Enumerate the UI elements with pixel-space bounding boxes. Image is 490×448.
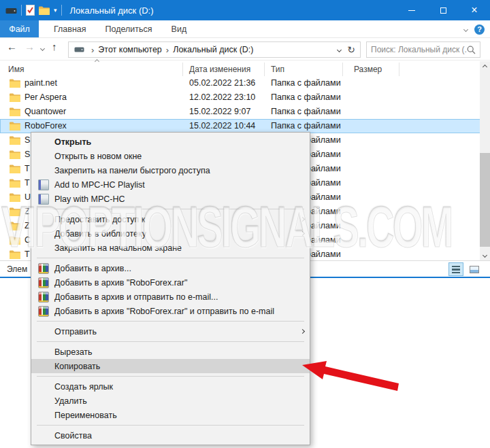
qat-dropdown-caret-icon[interactable]: ▾ [54,7,57,14]
help-icon[interactable]: ? [474,24,485,35]
scrollbar-thumb[interactable] [480,153,490,247]
column-header-date[interactable]: Дата изменения [189,65,250,74]
close-button[interactable]: × [459,0,490,20]
recent-locations-chevron-icon[interactable] [40,46,45,51]
file-date: 05.02.2022 21:36 [189,78,255,88]
tab-home[interactable]: Главная [44,20,96,37]
scroll-down-icon[interactable] [480,249,490,260]
file-name: Z [24,221,30,230]
context-menu-item[interactable]: Add to MPC-HC Playlist [31,177,310,192]
file-name: T [24,249,30,259]
context-menu-item[interactable]: Переименовать [31,408,310,422]
context-menu-item[interactable]: Закрепить на панели быстрого доступа [31,163,310,177]
file-row[interactable]: Quantower 15.02.2022 9:07 Папка с файлам… [0,105,480,119]
file-row[interactable]: RoboForex 15.02.2022 10:44 Папка с файла… [0,119,480,133]
menu-item-icon [38,292,49,303]
context-menu-item[interactable]: Добавить в архив и отправить по e-mail..… [31,290,310,304]
context-menu-item[interactable] [31,206,310,212]
breadcrumb-local-disk-d[interactable]: Локальный диск (D:) [173,45,253,54]
new-folder-icon[interactable] [39,6,50,15]
folder-icon [10,93,20,104]
context-menu-item[interactable]: Свойства [31,428,310,443]
context-menu-item[interactable]: Добавить в архив... [31,261,310,275]
file-name: C [24,235,31,245]
minimize-button[interactable] [396,0,427,20]
context-menu-item[interactable]: Play with MPC-HC [31,192,310,206]
properties-check-icon[interactable] [26,5,35,16]
context-menu-item[interactable] [31,339,310,345]
context-menu-item[interactable]: Копировать [31,359,310,373]
folder-icon [10,165,20,175]
context-menu: Открыть Открыть в новом окне Закрепить н… [31,132,310,445]
forward-icon[interactable]: → [24,41,35,52]
context-menu-item[interactable]: Открыть [31,135,310,149]
search-box[interactable]: Поиск: Локальный диск (... [366,41,480,58]
context-menu-item[interactable]: Добавить в архив "RoboForex.rar" и отпра… [31,304,310,318]
folder-icon [10,150,20,161]
context-menu-item[interactable] [31,373,310,379]
folder-icon [10,179,20,190]
file-name: Z [24,207,30,216]
address-dropdown-chevron-icon[interactable] [337,47,342,52]
context-menu-item[interactable]: Отправить [31,324,310,339]
tab-file[interactable]: Файл [0,20,39,37]
submenu-chevron-icon [300,231,305,236]
menu-item-label: Открыть [54,137,91,147]
context-menu-item[interactable] [31,422,310,428]
context-menu-item[interactable]: Добавить в архив "RoboForex.rar" [31,275,310,290]
maximize-button[interactable] [427,0,459,20]
tab-view[interactable]: Вид [162,20,197,37]
file-name: Quantower [24,107,66,116]
context-menu-item[interactable]: Вырезать [31,345,310,359]
scroll-up-icon[interactable] [480,61,490,72]
folder-icon [10,136,20,147]
column-divider[interactable] [264,63,265,76]
address-breadcrumb-box[interactable]: › Этот компьютер › Локальный диск (D:) ↻ [68,41,361,58]
column-divider[interactable] [399,63,399,76]
ribbon-tab-strip: Файл Главная Поделиться Вид ? [0,20,490,38]
context-menu-item[interactable]: Открыть в новом окне [31,149,310,163]
file-type: Папка с файлами [271,92,341,102]
up-icon[interactable]: ↑ [52,41,57,52]
context-menu-item[interactable]: Удалить [31,394,310,408]
column-header-size[interactable]: Размер [354,65,382,74]
file-name: T [24,164,30,173]
menu-item-label: Добавить в архив "RoboForex.rar" [54,278,187,288]
back-icon[interactable]: ← [7,41,17,52]
search-input[interactable]: Поиск: Локальный диск (... [371,45,467,54]
breadcrumb-chevron-icon: › [166,45,169,55]
context-menu-item[interactable]: Добавить в библиотеку [31,226,310,241]
file-row[interactable]: Per Aspera 12.02.2022 23:10 Папка с файл… [0,90,480,105]
column-header-name[interactable]: Имя [8,65,24,74]
file-list: paint.net 05.02.2022 21:36 Папка с файла… [0,76,480,133]
column-divider[interactable] [182,63,183,76]
context-menu-item[interactable] [31,318,310,324]
list-column-headers: Имя Дата изменения Тип Размер [0,63,480,76]
folder-icon [10,236,20,247]
ribbon-collapse-chevron-icon[interactable] [463,27,468,31]
refresh-icon[interactable]: ↻ [347,44,355,55]
context-menu-item[interactable] [31,255,310,261]
minimize-icon [408,10,415,11]
menu-item-label: Предоставить доступ к [54,215,145,224]
column-header-type[interactable]: Тип [271,65,284,74]
search-icon [467,46,476,54]
breadcrumb-this-pc[interactable]: Этот компьютер [98,45,161,54]
quick-access-toolbar: ▾ [0,5,62,16]
file-date: 15.02.2022 9:07 [189,107,250,116]
vertical-scrollbar[interactable] [480,61,490,260]
context-menu-item[interactable]: Закрепить на начальном экране [31,241,310,255]
menu-item-label: Открыть в новом окне [54,152,142,161]
context-menu-item[interactable]: Предоставить доступ к [31,212,310,226]
thumbnails-view-button[interactable] [467,262,482,276]
menu-item-label: Добавить в библиотеку [54,229,146,239]
column-divider[interactable] [342,63,343,76]
drive-icon [74,46,84,53]
file-date: 12.02.2022 23:10 [189,92,255,102]
details-view-button[interactable] [448,262,463,276]
context-menu-item[interactable]: Создать ярлык [31,379,310,394]
title-bar: ▾ Локальный диск (D:) × [0,0,490,20]
menu-item-label: Закрепить на начальном экране [54,243,182,253]
file-row[interactable]: paint.net 05.02.2022 21:36 Папка с файла… [0,76,480,90]
tab-share[interactable]: Поделиться [96,20,162,37]
